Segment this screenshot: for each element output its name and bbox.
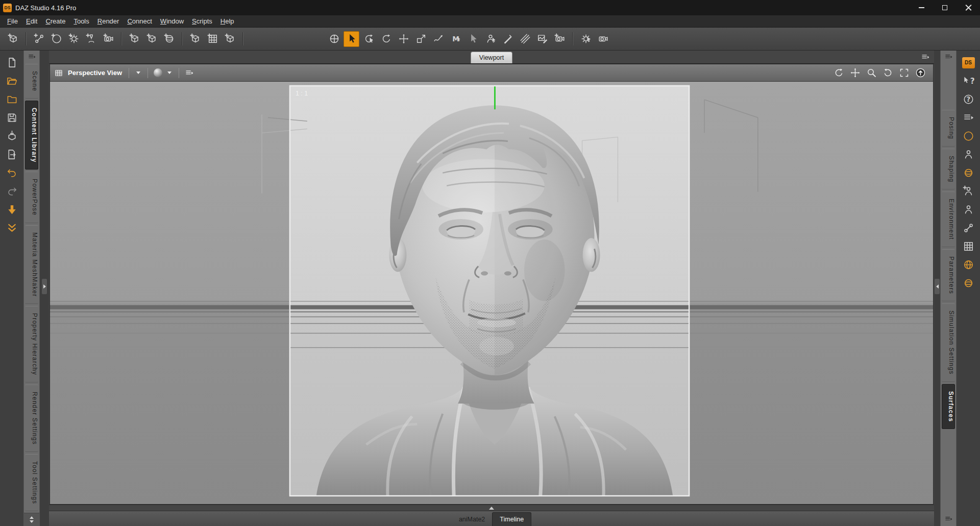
close-button[interactable]: [957, 0, 980, 15]
create-new-gear-button[interactable]: [66, 31, 82, 47]
pose-presets-button[interactable]: [961, 148, 976, 161]
whats-this-button[interactable]: [961, 74, 976, 88]
tab-timeline[interactable]: Timeline: [492, 512, 531, 526]
figure-pose-button[interactable]: [961, 184, 976, 198]
material-ball-button[interactable]: [961, 166, 976, 180]
right-splitter[interactable]: [934, 51, 940, 526]
scroll-up-arrow[interactable]: [30, 516, 34, 519]
node-selection-tool-button[interactable]: [344, 31, 359, 47]
duplicate-node-button[interactable]: [222, 31, 238, 47]
scroll-down-arrow[interactable]: [30, 520, 34, 523]
scene-navigator-tool-button[interactable]: [361, 31, 377, 47]
menu-file[interactable]: File: [3, 16, 22, 27]
surfaces-ball-button[interactable]: [961, 276, 976, 290]
dforce-brush-tool-button[interactable]: [430, 31, 446, 47]
create-new-camera-button[interactable]: [101, 31, 116, 47]
camera-selector-label[interactable]: Perspective View: [68, 69, 122, 77]
pan-camera-icon[interactable]: [850, 67, 861, 78]
tab-shaping[interactable]: Shaping: [942, 149, 955, 189]
tab-posing[interactable]: Posing: [942, 110, 955, 147]
mesh-grid-button[interactable]: [961, 240, 976, 253]
lessons-pane-button[interactable]: [961, 111, 976, 125]
info-pane-button[interactable]: [961, 129, 976, 143]
tab-render-settings[interactable]: Render Settings: [25, 385, 38, 452]
frame-camera-icon[interactable]: [899, 67, 910, 78]
install-content-button[interactable]: [4, 221, 19, 235]
tab-powerpose[interactable]: PowerPose: [25, 172, 38, 223]
figure-selection-tool-button[interactable]: [482, 31, 498, 47]
drawstyle-sphere-icon[interactable]: [154, 68, 162, 77]
create-new-group-button[interactable]: [144, 31, 160, 47]
dock-expand-handle[interactable]: [489, 507, 494, 510]
menu-window[interactable]: Window: [156, 16, 188, 27]
left-splitter[interactable]: [40, 51, 49, 526]
tab-viewport[interactable]: Viewport: [471, 52, 512, 63]
translate-tool-button[interactable]: [396, 31, 411, 47]
tab-environment[interactable]: Environment: [942, 192, 955, 247]
menu-render[interactable]: Render: [93, 16, 124, 27]
tab-animate2[interactable]: aniMate2: [452, 513, 492, 526]
export-file-button[interactable]: [4, 148, 19, 161]
create-new-bone-button[interactable]: [31, 31, 47, 47]
geometry-cutout-tool-button[interactable]: [500, 31, 516, 47]
scale-tool-button[interactable]: [413, 31, 429, 47]
undo-button[interactable]: [4, 166, 19, 180]
redo-button[interactable]: [4, 184, 19, 198]
menu-help[interactable]: Help: [216, 16, 238, 27]
save-file-button[interactable]: [4, 111, 19, 125]
render-camera-button[interactable]: [595, 31, 611, 47]
tab-property-hierarchy[interactable]: Property Hierarchy: [25, 306, 38, 382]
create-new-instance-button[interactable]: [187, 31, 203, 47]
bottom-pane-options-button[interactable]: [941, 513, 956, 525]
spot-render-tool-button[interactable]: [552, 31, 568, 47]
tab-simulation-settings[interactable]: Simulation Settings: [942, 303, 955, 382]
environment-button[interactable]: [961, 258, 976, 272]
figure-armature-button[interactable]: [961, 221, 976, 235]
drawstyle-dropdown-chevron-icon[interactable]: [167, 71, 172, 74]
tab-tool-settings[interactable]: Tool Settings: [25, 454, 38, 511]
tab-parameters[interactable]: Parameters: [942, 249, 955, 301]
tool-options-button[interactable]: [578, 31, 594, 47]
daz-store-button[interactable]: DS: [961, 56, 976, 69]
menu-create[interactable]: Create: [41, 16, 69, 27]
left-dock-pane-options-button[interactable]: [24, 51, 39, 63]
viewport-menu-icon[interactable]: [185, 68, 194, 78]
region-navigator-tool-button[interactable]: [534, 31, 550, 47]
import-file-button[interactable]: [4, 129, 19, 143]
orbit-camera-icon[interactable]: [834, 67, 844, 78]
open-file-button[interactable]: [4, 74, 19, 88]
zoom-camera-icon[interactable]: [866, 67, 877, 78]
weight-map-brush-tool-button[interactable]: [517, 31, 533, 47]
maximize-button[interactable]: [933, 0, 957, 15]
tab-scene[interactable]: Scene: [25, 64, 38, 99]
create-new-spotlight-button[interactable]: [83, 31, 99, 47]
left-pane-collapse-handle[interactable]: [42, 279, 47, 294]
create-instance-group-button[interactable]: [205, 31, 220, 47]
menu-scripts[interactable]: Scripts: [188, 16, 216, 27]
tab-surfaces[interactable]: Surfaces: [942, 384, 955, 429]
menu-tools[interactable]: Tools: [69, 16, 93, 27]
rotate-camera-icon[interactable]: [883, 67, 893, 78]
help-button[interactable]: [961, 92, 976, 106]
minimize-button[interactable]: [910, 0, 933, 15]
menu-connect[interactable]: Connect: [123, 16, 156, 27]
rotate-tool-button[interactable]: [378, 31, 394, 47]
camera-dropdown-chevron-icon[interactable]: [136, 71, 140, 74]
universal-manipulator-tool-button[interactable]: [326, 31, 342, 47]
right-dock-pane-options-button[interactable]: [941, 51, 956, 63]
right-pane-collapse-handle[interactable]: [935, 279, 940, 294]
viewport-canvas[interactable]: 1 : 1: [50, 82, 933, 504]
tab-content-library[interactable]: Content Library: [25, 101, 38, 170]
tab-materia-meshmaker[interactable]: Materia MeshMaker: [25, 225, 38, 304]
merge-file-button[interactable]: [4, 92, 19, 106]
menu-edit[interactable]: Edit: [22, 16, 41, 27]
viewport-pane-options-button[interactable]: [921, 53, 930, 62]
create-new-null-button[interactable]: [48, 31, 64, 47]
create-new-node-button[interactable]: [5, 31, 21, 47]
new-file-button[interactable]: [4, 56, 19, 69]
create-new-primitive-button[interactable]: [161, 31, 177, 47]
figure-shaping-button[interactable]: [961, 203, 976, 217]
geometry-editor-tool-button[interactable]: [448, 31, 463, 47]
polygon-group-edit-tool-button[interactable]: [465, 31, 481, 47]
create-new-cube-button[interactable]: [127, 31, 142, 47]
